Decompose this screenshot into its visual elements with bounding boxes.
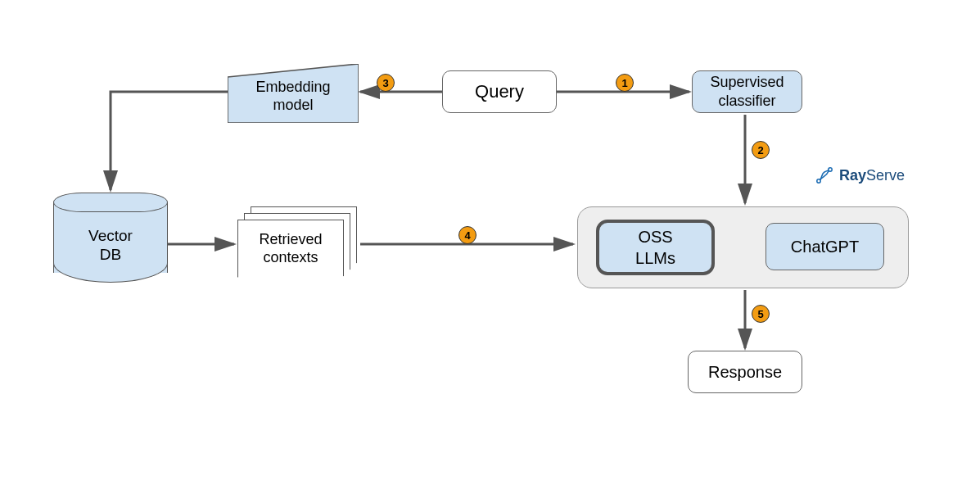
- svg-point-8: [829, 168, 832, 171]
- oss-llms-label: OSS LLMs: [635, 226, 675, 269]
- retrieved-label: Retrieved contexts: [259, 231, 322, 266]
- badge-2: 2: [752, 141, 770, 159]
- rayserve-ray: Ray: [839, 167, 866, 184]
- chatgpt-label: ChatGPT: [791, 236, 859, 257]
- chatgpt-box: ChatGPT: [765, 223, 884, 270]
- retrieved-docs: Retrieved contexts: [237, 206, 360, 280]
- classifier-label: Supervised classifier: [710, 73, 784, 111]
- rayserve-brand: RayServe: [815, 165, 905, 185]
- embedding-label: Embedding model: [255, 79, 330, 114]
- badge-3: 3: [377, 74, 395, 92]
- classifier-box: Supervised classifier: [692, 70, 802, 113]
- rayserve-icon: [815, 165, 834, 185]
- badge-1: 1: [616, 74, 634, 92]
- response-label: Response: [708, 361, 782, 383]
- response-box: Response: [688, 351, 802, 393]
- rayserve-serve: Serve: [866, 167, 905, 184]
- embedding-box: Embedding model: [228, 64, 359, 123]
- query-label: Query: [475, 80, 524, 104]
- vector-db-label: Vector DB: [88, 227, 133, 265]
- oss-llms-box: OSS LLMs: [596, 220, 715, 275]
- vector-db-cylinder: Vector DB: [53, 193, 168, 283]
- badge-4: 4: [458, 226, 476, 244]
- query-box: Query: [442, 70, 557, 113]
- badge-5: 5: [752, 305, 770, 323]
